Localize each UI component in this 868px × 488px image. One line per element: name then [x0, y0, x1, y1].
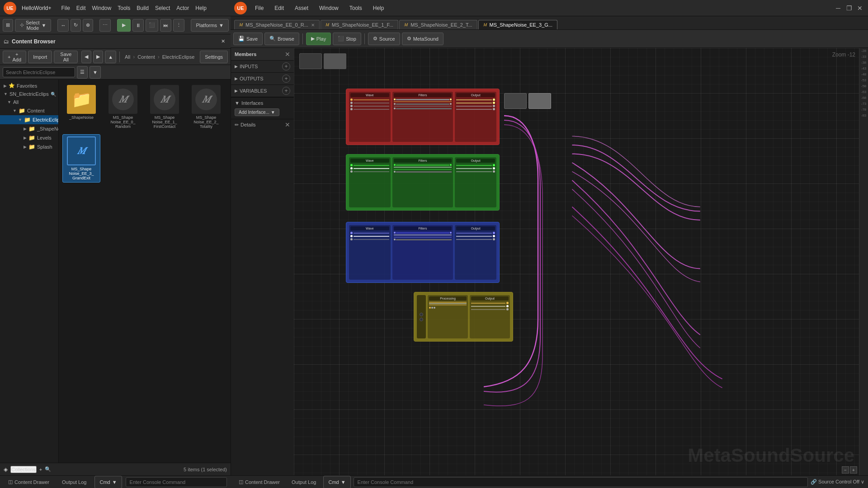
close-content-browser[interactable]: ✕: [219, 35, 227, 48]
menu-tools[interactable]: Tools: [115, 3, 133, 13]
close-button[interactable]: ✕: [855, 4, 864, 13]
inputs-header[interactable]: ▶ INPUTS +: [231, 61, 294, 72]
play-sound-button[interactable]: ▶ Play: [306, 33, 331, 45]
output-log-right[interactable]: Output Log: [287, 476, 321, 488]
move-tool[interactable]: ↔: [57, 19, 69, 32]
settings-button[interactable]: Settings: [200, 51, 228, 63]
add-button[interactable]: + + Add: [3, 51, 26, 63]
skip-button[interactable]: ⏭: [160, 19, 171, 32]
mini-thumb-1[interactable]: [299, 53, 322, 69]
tree-levels[interactable]: ▶ 📁 Levels: [0, 133, 58, 142]
variables-header[interactable]: ▶ VARIABLES +: [231, 85, 294, 97]
tree-content[interactable]: ▼ 📁 Content: [0, 106, 58, 115]
add-output[interactable]: +: [282, 75, 290, 83]
menu-edit[interactable]: Edit: [74, 3, 89, 13]
select-mode-button[interactable]: ⊹ Select Mode ▼: [15, 19, 51, 32]
rotate-tool[interactable]: ↻: [71, 19, 81, 32]
tree-splash[interactable]: ▶ 📁 Splash: [0, 142, 58, 151]
rmenu-asset[interactable]: Asset: [292, 3, 311, 13]
rmenu-window[interactable]: Window: [316, 3, 341, 13]
path-electric-eclipse[interactable]: ElectricEclipse: [160, 53, 197, 61]
path-all[interactable]: All: [123, 53, 132, 61]
history-up[interactable]: ▲: [105, 51, 116, 63]
add-collection[interactable]: +: [39, 463, 42, 476]
add-variable[interactable]: +: [282, 87, 290, 95]
zoom-in[interactable]: +: [850, 466, 857, 474]
rmenu-edit[interactable]: Edit: [272, 3, 287, 13]
node-group-blue[interactable]: Wave Filters: [346, 222, 500, 283]
tree-favorites[interactable]: ▶ ⭐ Favorites: [0, 81, 58, 90]
tab-ms-3[interactable]: 𝑀 MS_ShapeNoise_EE_3_G...: [478, 20, 557, 29]
tab-close-0[interactable]: ✕: [311, 23, 315, 28]
save-all-button[interactable]: Save All: [54, 51, 78, 63]
mini-thumb-2[interactable]: [324, 53, 346, 69]
asset-ms-0[interactable]: 𝑀 MS_Shape Noise_EE_0_ Random: [104, 83, 142, 131]
history-forward[interactable]: ▶: [93, 51, 103, 63]
stop-sound-button[interactable]: ⬛ Stop: [333, 33, 361, 45]
zoom-out[interactable]: −: [842, 466, 849, 474]
asset-shapesound-folder[interactable]: 📁 _ShapeNoise: [62, 83, 100, 131]
play-button[interactable]: ▶: [117, 19, 131, 32]
asset-ms-3[interactable]: 𝑀 MS_Shape Noise_EE_3_ GrandExit: [62, 134, 100, 183]
rmenu-tools[interactable]: Tools: [347, 3, 365, 13]
metasound-button[interactable]: ⚙ MetaSound: [402, 33, 443, 45]
rmenu-file[interactable]: File: [252, 3, 266, 13]
add-interface-button[interactable]: Add Interface... ▼: [235, 108, 279, 116]
tree-sn-electriceclips[interactable]: ▼ SN_ElectricEclips 🔍: [0, 90, 58, 98]
menu-select[interactable]: Select: [152, 3, 173, 13]
tree-all[interactable]: ▼ All: [0, 98, 58, 106]
outputs-header[interactable]: ▶ OUTPUTS +: [231, 73, 294, 84]
maximize-button[interactable]: ❐: [844, 4, 854, 13]
platforms-button[interactable]: Platforms ▼: [191, 19, 228, 32]
more-play-options[interactable]: ⋮: [173, 19, 184, 32]
console-input-left[interactable]: [126, 477, 227, 487]
details-panel: ✏ Details ✕: [231, 119, 294, 475]
search-collections[interactable]: 🔍: [45, 463, 51, 476]
content-drawer-left[interactable]: ◫ Content Drawer: [4, 476, 54, 488]
minimize-button[interactable]: ─: [834, 4, 843, 13]
scale-tool[interactable]: ⊕: [83, 19, 93, 32]
asset-ms-1[interactable]: 𝑀 MS_Shape Noise_EE_1_ FirstContact: [146, 83, 184, 131]
cmd-left[interactable]: Cmd ▼: [94, 476, 122, 488]
cmd-right[interactable]: Cmd ▼: [323, 476, 350, 488]
menu-help[interactable]: Help: [193, 3, 209, 13]
more-options[interactable]: ⋯: [99, 19, 111, 32]
menu-file[interactable]: File: [58, 3, 72, 13]
canvas-nav-buttons: − +: [842, 466, 857, 474]
tab-ms-2[interactable]: 𝑀 MS_ShapeNoise_EE_2_T...: [399, 20, 477, 29]
details-close[interactable]: ✕: [285, 121, 290, 128]
tab-ms-1[interactable]: 𝑀 MS_ShapeNoise_EE_1_F...: [321, 20, 398, 29]
save-asset-button[interactable]: 💾 Save: [233, 33, 263, 45]
output-log-left[interactable]: Output Log: [57, 476, 91, 488]
canvas-area[interactable]: Zoom -12: [294, 48, 868, 475]
console-input-right[interactable]: [354, 477, 808, 487]
node-group-yellow[interactable]: Processing: [414, 292, 513, 342]
view-options[interactable]: ☰: [77, 66, 88, 79]
members-close[interactable]: ✕: [285, 51, 290, 58]
asset-ms-2[interactable]: 𝑀 MS_Shape Noise_EE_2_ Totality: [187, 83, 225, 131]
source-control-indicator[interactable]: 🔗 Source Control Off ∨: [811, 479, 864, 485]
menu-build[interactable]: Build: [134, 3, 151, 13]
tree-electric-eclipse[interactable]: ▼ 📁 ElectricEclipse: [0, 115, 58, 124]
history-back[interactable]: ◀: [81, 51, 91, 63]
content-drawer-right[interactable]: ◫ Content Drawer: [234, 476, 284, 488]
tree-shape-noise[interactable]: ▶ 📁 _ShapeNoise: [0, 124, 58, 133]
menu-actor[interactable]: Actor: [174, 3, 192, 13]
stop-button-left[interactable]: ⬛: [146, 19, 158, 32]
layout-button[interactable]: ⊞: [3, 19, 13, 32]
menu-window[interactable]: Window: [90, 3, 114, 13]
project-name: HelloWorld+: [22, 5, 51, 11]
search-input[interactable]: [3, 67, 75, 77]
pause-button[interactable]: ⏸: [132, 19, 144, 32]
filter-options[interactable]: ▼: [90, 66, 101, 79]
collections-button[interactable]: Collections: [10, 466, 37, 473]
browse-button[interactable]: 🔍 Browse: [264, 33, 299, 45]
import-button[interactable]: Import: [28, 51, 52, 63]
tab-ms-0[interactable]: 𝑀 MS_ShapeNoise_EE_0_R... ✕: [234, 20, 320, 29]
node-group-red[interactable]: Wave Filters: [346, 89, 500, 145]
source-button[interactable]: ⚙ Source: [368, 33, 400, 45]
path-content[interactable]: Content: [136, 53, 157, 61]
add-input[interactable]: +: [282, 62, 290, 70]
node-group-green[interactable]: Wave Filters: [346, 154, 500, 211]
rmenu-help[interactable]: Help: [370, 3, 387, 13]
